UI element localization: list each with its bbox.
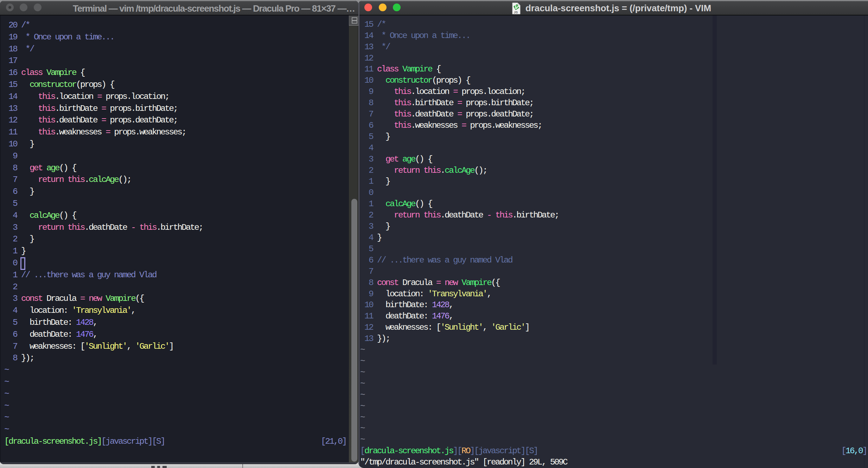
svg-text:JS: JS	[514, 10, 518, 14]
